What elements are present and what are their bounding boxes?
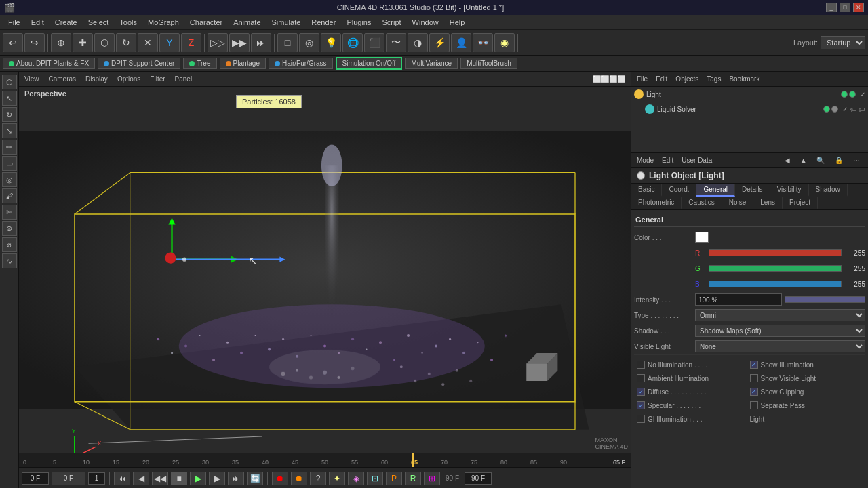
diffuse-checkbox[interactable] xyxy=(637,388,645,396)
frame-marker[interactable] xyxy=(412,453,414,467)
menu-help[interactable]: Help xyxy=(444,17,471,28)
b-slider[interactable] xyxy=(709,281,842,287)
menu-file[interactable]: File xyxy=(3,17,26,28)
char-btn[interactable]: 👤 xyxy=(451,33,471,52)
obj-checkmark[interactable]: ✓ xyxy=(860,91,865,98)
prev-frame-button[interactable]: ◀ xyxy=(133,472,149,485)
ambient-illumination-checkbox[interactable] xyxy=(637,374,645,382)
start-frame-input[interactable] xyxy=(22,472,49,485)
obj-visible-dot2[interactable] xyxy=(823,106,830,113)
intensity-slider[interactable] xyxy=(785,296,866,303)
lt-rotate-tool[interactable]: ↻ xyxy=(2,107,17,122)
goto-start-button[interactable]: ⏮ xyxy=(114,472,130,485)
spline-btn[interactable]: 〜 xyxy=(386,33,406,52)
tab-details[interactable]: Details xyxy=(735,184,770,197)
redo-button[interactable]: ↪ xyxy=(24,33,45,52)
menu-character[interactable]: Character xyxy=(184,17,228,28)
nav-up[interactable]: ▲ xyxy=(797,156,810,165)
minimize-button[interactable]: _ xyxy=(826,3,837,12)
lt-magnet[interactable]: ⊛ xyxy=(2,221,17,236)
record-button[interactable]: ⏺ xyxy=(272,472,288,485)
nurbs-btn[interactable]: ◑ xyxy=(408,33,428,52)
help-button[interactable]: ? xyxy=(310,472,326,485)
loop-button[interactable]: 🔄 xyxy=(247,472,263,485)
deform-btn[interactable]: ⬛ xyxy=(364,33,384,52)
specular-checkbox[interactable] xyxy=(637,401,645,409)
motion-button[interactable]: ⊡ xyxy=(367,472,383,485)
tab-coord[interactable]: Coord. xyxy=(662,184,696,197)
obj-edit[interactable]: Edit xyxy=(653,75,670,83)
menu-edit[interactable]: Edit xyxy=(26,17,50,28)
stop-button[interactable]: ■ xyxy=(171,472,187,485)
props-mode[interactable]: Mode xyxy=(634,156,656,165)
tab-caustics[interactable]: Caustics xyxy=(682,197,722,209)
g-slider[interactable] xyxy=(709,265,842,272)
lt-select1[interactable]: ▭ xyxy=(2,156,17,171)
lt-brush[interactable]: ⌀ xyxy=(2,237,17,252)
camera-btn[interactable]: ◎ xyxy=(299,33,319,52)
lt-cube-tool[interactable]: ⬡ xyxy=(2,75,17,89)
play-button[interactable]: ▶ xyxy=(190,472,206,485)
lt-knife[interactable]: ✄ xyxy=(2,205,17,220)
vp-filter[interactable]: Filter xyxy=(147,75,167,83)
anim-btn2[interactable]: ▶▶ xyxy=(229,33,250,52)
type-select[interactable]: Omni Spot Area xyxy=(695,309,865,321)
show-clipping-checkbox[interactable] xyxy=(750,388,758,396)
obj-file[interactable]: File xyxy=(634,75,650,83)
menu-window[interactable]: Window xyxy=(407,17,444,28)
plugin-support[interactable]: DPIT Support Center xyxy=(98,58,180,69)
anim-btn1[interactable]: ▷▷ xyxy=(208,33,228,52)
color-swatch[interactable] xyxy=(695,232,709,243)
mode2[interactable]: Y xyxy=(159,33,180,52)
nav-search[interactable]: 🔍 xyxy=(814,156,827,165)
vp-cameras[interactable]: Cameras xyxy=(46,75,79,83)
lt-scale-tool[interactable]: ⤡ xyxy=(2,123,17,138)
key-button[interactable]: ✦ xyxy=(329,472,345,485)
maximize-button[interactable]: □ xyxy=(840,3,850,12)
rotate-tool[interactable]: ↻ xyxy=(116,33,136,52)
lt-arrow-tool[interactable]: ↖ xyxy=(2,91,17,106)
object-row-light[interactable]: Light ✓ xyxy=(631,87,868,102)
menu-animate[interactable]: Animate xyxy=(228,17,266,28)
lt-select2[interactable]: ◎ xyxy=(2,172,17,187)
obj-tags[interactable]: Tags xyxy=(704,75,724,83)
plugin-tree[interactable]: Tree xyxy=(183,58,216,69)
scale-tool[interactable]: ⬡ xyxy=(94,33,115,52)
obj-render-dot2[interactable] xyxy=(831,106,838,113)
show-illumination-checkbox[interactable] xyxy=(750,361,758,369)
anim-mode-button[interactable]: ◈ xyxy=(348,472,364,485)
shadow-select[interactable]: Shadow Maps (Soft) None Hard xyxy=(695,325,865,337)
undo-button[interactable]: ↩ xyxy=(3,33,23,52)
r-slider[interactable] xyxy=(709,249,842,256)
vp-display[interactable]: Display xyxy=(83,75,111,83)
menu-mograph[interactable]: MoGraph xyxy=(142,17,184,28)
plugin-simulation[interactable]: Simulation On/Off xyxy=(336,57,403,70)
obj-visible-dot[interactable] xyxy=(841,91,848,98)
rot-button[interactable]: R xyxy=(405,472,421,485)
vp-panel[interactable]: Panel xyxy=(172,75,195,83)
obj-bookmark[interactable]: Bookmark xyxy=(726,75,762,83)
plugin-multitoolbrush[interactable]: MultiToolBrush xyxy=(460,58,517,69)
lt-pen-tool[interactable]: ✏ xyxy=(2,140,17,155)
gi-checkbox[interactable] xyxy=(637,415,645,423)
nav-back[interactable]: ◀ xyxy=(782,156,793,165)
plugin-plantage[interactable]: Plantage xyxy=(220,58,266,69)
scene-btn[interactable]: 🌐 xyxy=(342,33,363,52)
glasses-btn[interactable]: 👓 xyxy=(473,33,493,52)
select-tool[interactable]: ⊕ xyxy=(51,33,71,52)
next-frame-button[interactable]: ▶ xyxy=(209,472,225,485)
scene-viewport-svg[interactable]: ↖ Y X xyxy=(19,87,631,453)
tab-visibility[interactable]: Visibility xyxy=(770,184,809,197)
menu-script[interactable]: Script xyxy=(376,17,406,28)
tab-photometric[interactable]: Photometric xyxy=(631,197,682,209)
separate-pass-checkbox[interactable] xyxy=(750,401,758,409)
mode3[interactable]: Z xyxy=(181,33,201,52)
visible-light-select[interactable]: None Visible xyxy=(695,340,865,352)
object-row-liquid[interactable]: Liquid Solver ✓ 🏷 🏷 xyxy=(631,102,868,117)
viewport-3d[interactable]: Perspective Particles: 16058 xyxy=(19,87,631,453)
record-active-button[interactable]: ⏺ xyxy=(291,472,307,485)
menu-select[interactable]: Select xyxy=(83,17,115,28)
mode1[interactable]: ✕ xyxy=(138,33,158,52)
plugin-hair[interactable]: Hair/Fur/Grass xyxy=(269,58,333,69)
record-all-button[interactable]: ⊞ xyxy=(424,472,440,485)
